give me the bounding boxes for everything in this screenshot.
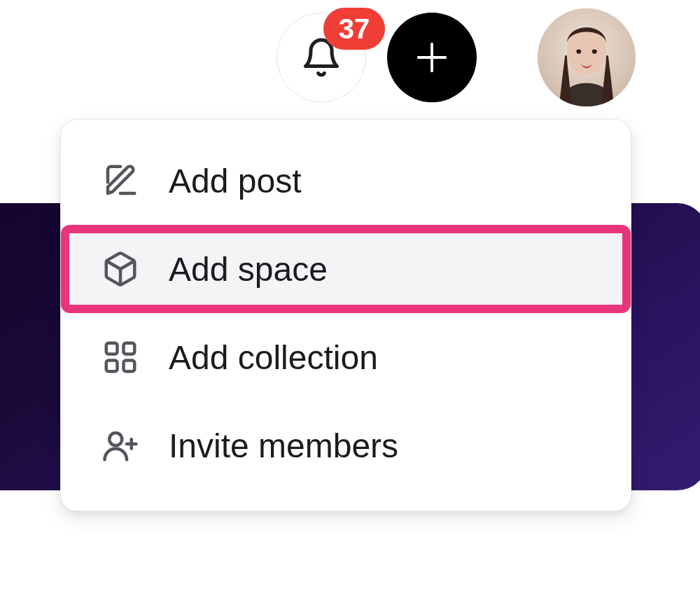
svg-rect-9 (124, 361, 135, 372)
menu-item-add-post[interactable]: Add post (61, 137, 631, 225)
menu-item-label: Add space (169, 250, 328, 289)
svg-rect-10 (106, 361, 118, 372)
notification-badge: 37 (323, 8, 385, 50)
notifications-button[interactable]: 37 (276, 13, 366, 102)
header-actions: 37 (276, 13, 477, 102)
add-button[interactable] (387, 13, 477, 102)
menu-item-label: Invite members (169, 427, 398, 465)
grid-icon (100, 337, 141, 378)
svg-rect-8 (124, 343, 135, 354)
menu-item-invite-members[interactable]: Invite members (61, 401, 631, 490)
avatar[interactable] (538, 8, 636, 106)
tutorial-highlight (61, 225, 631, 313)
menu-item-add-collection[interactable]: Add collection (61, 313, 631, 401)
compose-icon (100, 160, 141, 201)
svg-point-4 (576, 50, 581, 54)
svg-rect-7 (106, 343, 118, 354)
user-plus-icon (100, 425, 141, 466)
cube-icon (100, 249, 141, 289)
svg-point-5 (592, 50, 597, 54)
menu-item-label: Add collection (169, 338, 378, 377)
svg-point-11 (109, 433, 122, 445)
plus-icon (412, 37, 452, 78)
menu-item-add-space[interactable]: Add space (61, 225, 631, 313)
add-menu: Add post Add space Add collection (60, 119, 631, 511)
menu-item-label: Add post (169, 162, 301, 200)
